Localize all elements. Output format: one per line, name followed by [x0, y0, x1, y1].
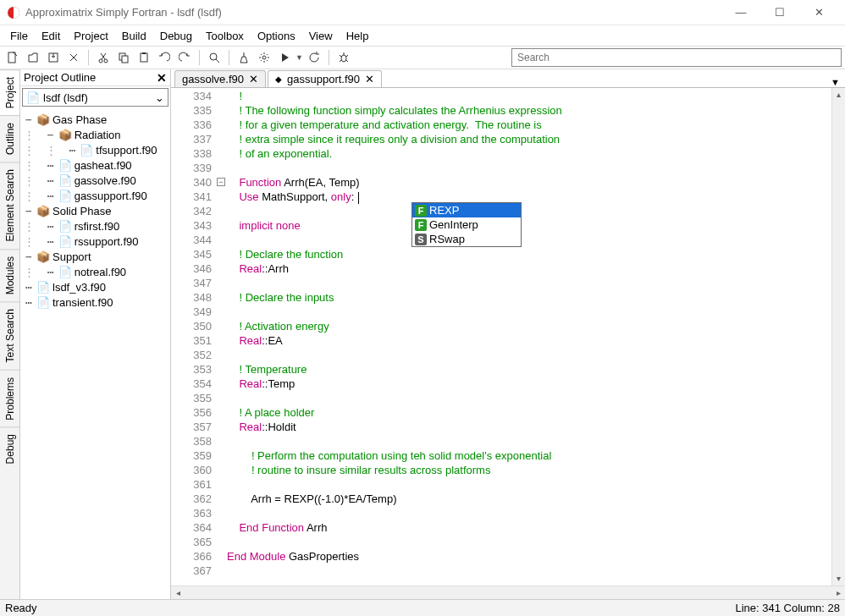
- project-selector-icon: 📄: [26, 91, 40, 104]
- svg-rect-7: [141, 53, 147, 62]
- autocomplete-popup[interactable]: FREXPFGenInterpSRSwap: [411, 202, 522, 247]
- menu-debug[interactable]: Debug: [153, 28, 199, 44]
- side-tab-problems[interactable]: Problems: [0, 370, 19, 427]
- side-tab-element-search[interactable]: Element Search: [0, 162, 19, 248]
- panel-header: Project Outline ✕: [20, 69, 170, 86]
- panel-title: Project Outline: [24, 71, 96, 84]
- scroll-up-icon[interactable]: ▴: [832, 88, 845, 102]
- project-selector-label: lsdf (lsdf): [43, 91, 88, 104]
- tree-item[interactable]: −📦Solid Phase: [20, 203, 170, 218]
- side-tab-modules[interactable]: Modules: [0, 249, 19, 301]
- tree-item[interactable]: −📦Support: [20, 249, 170, 264]
- svg-point-9: [210, 53, 217, 60]
- line-number-gutter: 334335336337338339340−341342343344345346…: [171, 88, 227, 586]
- editor-area: gassolve.f90✕◆gassupport.f90✕▼ 334335336…: [171, 69, 845, 599]
- side-tab-project[interactable]: Project: [0, 69, 19, 115]
- settings-button[interactable]: [255, 48, 273, 67]
- svg-rect-1: [8, 52, 15, 63]
- autocomplete-item[interactable]: FREXP: [412, 203, 521, 217]
- tree-item[interactable]: −📦Gas Phase: [20, 112, 170, 127]
- chevron-down-icon: ⌄: [155, 91, 164, 104]
- editor-tab-bar: gassolve.f90✕◆gassupport.f90✕▼: [171, 69, 845, 88]
- save-button[interactable]: [44, 48, 63, 67]
- svg-point-4: [104, 59, 108, 63]
- clean-button[interactable]: [235, 48, 253, 67]
- menu-build[interactable]: Build: [115, 28, 153, 44]
- svg-point-3: [99, 59, 102, 63]
- run-dropdown-icon[interactable]: ▼: [295, 53, 303, 62]
- editor-tab[interactable]: gassolve.f90✕: [174, 70, 266, 87]
- svg-point-11: [341, 55, 346, 62]
- cut-button[interactable]: [94, 48, 113, 67]
- tab-overflow-icon[interactable]: ▼: [831, 77, 840, 87]
- window-title: Approximatrix Simply Fortran - lsdf (lsd…: [25, 6, 222, 19]
- undo-button[interactable]: [155, 48, 174, 67]
- tree-item[interactable]: ⋮ ⋮ ⋯📄tfsupport.f90: [20, 142, 170, 157]
- tree-item[interactable]: ⋮ −📦Radiation: [20, 127, 170, 142]
- project-selector[interactable]: 📄 lsdf (lsdf) ⌄: [22, 88, 168, 107]
- menu-file[interactable]: File: [3, 28, 35, 44]
- tab-close-icon[interactable]: ✕: [365, 73, 374, 85]
- horizontal-scrollbar[interactable]: ◂ ▸: [171, 586, 845, 599]
- panel-close-button[interactable]: ✕: [157, 71, 167, 85]
- tree-item[interactable]: ⋮ ⋯📄notreal.f90: [20, 264, 170, 279]
- project-outline-panel: Project Outline ✕ 📄 lsdf (lsdf) ⌄ −📦Gas …: [20, 69, 171, 599]
- maximize-button[interactable]: ☐: [760, 0, 799, 25]
- debug-button[interactable]: [334, 48, 353, 67]
- tab-close-icon[interactable]: ✕: [249, 73, 258, 85]
- status-left: Ready: [5, 602, 37, 614]
- menu-options[interactable]: Options: [251, 28, 302, 44]
- paste-button[interactable]: [135, 48, 153, 67]
- redo-button[interactable]: [175, 48, 194, 67]
- autocomplete-item[interactable]: SRSwap: [412, 232, 521, 246]
- tree-item[interactable]: ⋮ ⋯📄gassolve.f90: [20, 173, 170, 188]
- menu-edit[interactable]: Edit: [35, 28, 67, 44]
- code-editor[interactable]: 334335336337338339340−341342343344345346…: [171, 88, 845, 586]
- side-tab-strip: ProjectOutlineElement SearchModulesText …: [0, 69, 20, 599]
- fold-marker-icon[interactable]: −: [217, 178, 225, 186]
- run-button[interactable]: [275, 48, 294, 67]
- vertical-scrollbar[interactable]: ▴ ▾: [831, 88, 845, 586]
- title-bar: Approximatrix Simply Fortran - lsdf (lsd…: [0, 0, 845, 25]
- tree-item[interactable]: ⋯📄transient.f90: [20, 294, 170, 310]
- tree-item[interactable]: ⋮ ⋯📄gassupport.f90: [20, 188, 170, 203]
- status-bar: Ready Line: 341 Column: 28: [0, 599, 845, 616]
- tree-item[interactable]: ⋯📄lsdf_v3.f90: [20, 279, 170, 294]
- status-right: Line: 341 Column: 28: [735, 602, 840, 614]
- restart-button[interactable]: [305, 48, 323, 67]
- autocomplete-item[interactable]: FGenInterp: [412, 217, 521, 232]
- side-tab-text-search[interactable]: Text Search: [0, 301, 19, 369]
- minimize-button[interactable]: —: [721, 0, 760, 25]
- svg-rect-6: [122, 56, 128, 63]
- tree-item[interactable]: ⋮ ⋯📄rssupport.f90: [20, 234, 170, 249]
- code-content[interactable]: ! ! The following function simply calcul…: [227, 88, 831, 586]
- open-file-button[interactable]: [24, 48, 42, 67]
- copy-button[interactable]: [114, 48, 133, 67]
- close-button[interactable]: ✕: [799, 0, 838, 25]
- find-button[interactable]: [205, 48, 224, 67]
- menu-help[interactable]: Help: [340, 28, 376, 44]
- side-tab-debug[interactable]: Debug: [0, 426, 19, 470]
- svg-rect-8: [142, 52, 146, 54]
- project-tree: −📦Gas Phase⋮ −📦Radiation⋮ ⋮ ⋯📄tfsupport.…: [20, 108, 170, 599]
- close-file-button[interactable]: [64, 48, 83, 67]
- menu-project[interactable]: Project: [67, 28, 114, 44]
- editor-tab[interactable]: ◆gassupport.f90✕: [268, 70, 382, 87]
- menu-toolbox[interactable]: Toolbox: [199, 28, 251, 44]
- scroll-right-icon[interactable]: ▸: [831, 586, 845, 599]
- new-file-button[interactable]: [3, 48, 22, 67]
- scroll-down-icon[interactable]: ▾: [832, 572, 845, 586]
- menu-view[interactable]: View: [302, 28, 340, 44]
- tree-item[interactable]: ⋮ ⋯📄gasheat.f90: [20, 157, 170, 173]
- tree-item[interactable]: ⋮ ⋯📄rsfirst.f90: [20, 218, 170, 234]
- app-icon: [7, 6, 20, 19]
- search-input[interactable]: [511, 48, 842, 67]
- side-tab-outline[interactable]: Outline: [0, 115, 19, 162]
- menu-bar: FileEditProjectBuildDebugToolboxOptionsV…: [0, 25, 845, 46]
- text-cursor: [358, 192, 359, 204]
- toolbar: ▼: [0, 46, 845, 69]
- svg-point-10: [262, 56, 266, 59]
- scroll-left-icon[interactable]: ◂: [171, 586, 185, 599]
